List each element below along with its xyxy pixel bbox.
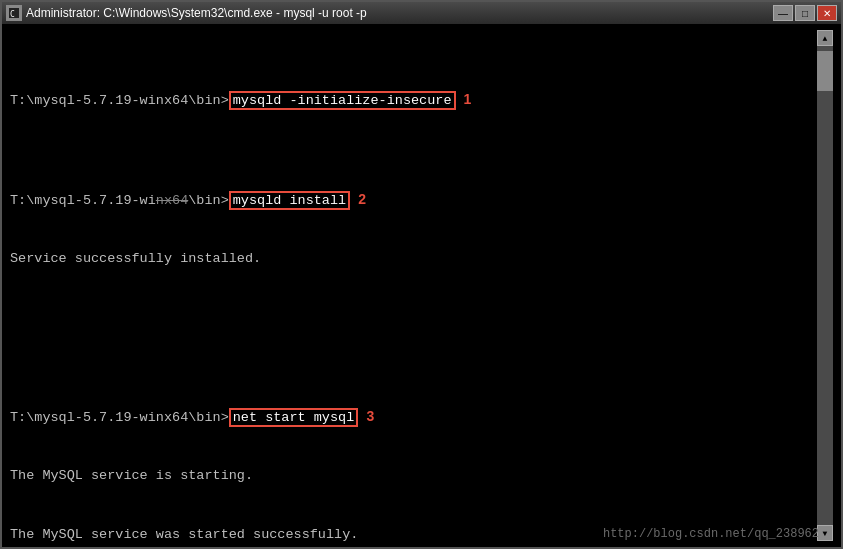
terminal-line-3: T:\mysql-5.7.19-winx64\bin>net start mys…	[10, 406, 817, 428]
scrollbar-down-button[interactable]: ▼	[817, 525, 833, 541]
close-button[interactable]: ✕	[817, 5, 837, 21]
watermark: http://blog.csdn.net/qq_238962	[603, 527, 819, 541]
terminal-line-2: T:\mysql-5.7.19-winx64\bin>mysqld instal…	[10, 189, 817, 211]
output-starting: The MySQL service is starting.	[10, 466, 817, 486]
prompt-2: T:\mysql-5.7.19-winx64\bin>	[10, 193, 229, 208]
step-1: 1	[464, 89, 472, 109]
scrollbar-thumb[interactable]	[817, 51, 833, 91]
cmd-highlight-3: net start mysql	[229, 408, 359, 427]
output-installed: Service successfully installed.	[10, 249, 817, 269]
window-controls: — □ ✕	[773, 5, 837, 21]
empty-line-1	[10, 308, 817, 328]
scrollbar-up-button[interactable]: ▲	[817, 30, 833, 46]
svg-text:C: C	[10, 10, 15, 19]
title-bar: C Administrator: C:\Windows\System32\cmd…	[2, 2, 841, 24]
title-bar-left: C Administrator: C:\Windows\System32\cmd…	[6, 5, 367, 21]
cmd-icon: C	[6, 5, 22, 21]
prompt-1: T:\mysql-5.7.19-winx64\bin>	[10, 93, 229, 108]
scrollbar[interactable]: ▲ ▼	[817, 30, 833, 541]
prompt-3: T:\mysql-5.7.19-winx64\bin>	[10, 410, 229, 425]
step-3: 3	[366, 406, 374, 426]
terminal-content[interactable]: T:\mysql-5.7.19-winx64\bin>mysqld -initi…	[10, 30, 817, 541]
minimize-button[interactable]: —	[773, 5, 793, 21]
cmd-highlight-1: mysqld -initialize-insecure	[229, 91, 456, 110]
terminal-body: T:\mysql-5.7.19-winx64\bin>mysqld -initi…	[2, 24, 841, 547]
scrollbar-track[interactable]	[817, 46, 833, 525]
cmd-window: C Administrator: C:\Windows\System32\cmd…	[0, 0, 843, 549]
cmd-highlight-2: mysqld install	[229, 191, 350, 210]
step-2: 2	[358, 189, 366, 209]
terminal-line-1: T:\mysql-5.7.19-winx64\bin>mysqld -initi…	[10, 89, 817, 111]
window-title: Administrator: C:\Windows\System32\cmd.e…	[26, 6, 367, 20]
maximize-button[interactable]: □	[795, 5, 815, 21]
